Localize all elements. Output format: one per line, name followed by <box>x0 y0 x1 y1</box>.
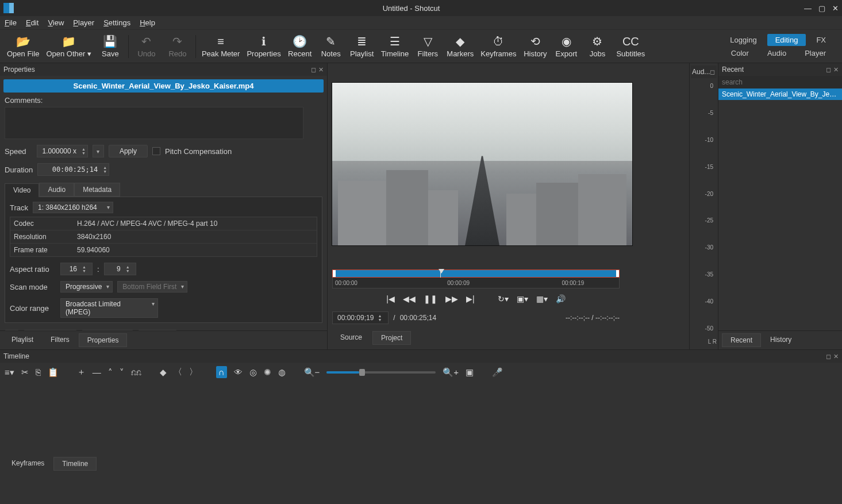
toolbar-peak-meter[interactable]: ≡Peak Meter <box>198 33 243 59</box>
minimize-icon[interactable]: — <box>804 4 812 13</box>
toolbar-filters[interactable]: ▽Filters <box>412 33 443 59</box>
menu-file[interactable]: File <box>5 18 17 27</box>
toolbar-export[interactable]: ◉Export <box>551 33 582 59</box>
toolbar-timeline[interactable]: ☰Timeline <box>378 33 413 59</box>
toolbar-save[interactable]: 💾Save <box>95 33 126 59</box>
player-tab-source[interactable]: Source <box>332 331 370 345</box>
timecode-current[interactable]: 00:00:09;19▲▼ <box>332 311 389 324</box>
toolbar-notes[interactable]: ✎Notes <box>316 33 347 59</box>
proxy-button[interactable]: Proxy <box>138 330 178 330</box>
skip-start-icon[interactable]: |◀ <box>386 294 395 303</box>
toolbar-subtitles[interactable]: CCSubtitles <box>613 33 648 59</box>
toolbar-playlist[interactable]: ≣Playlist <box>347 33 378 59</box>
layout-audio[interactable]: Audio <box>759 47 794 59</box>
speed-dropdown[interactable]: ▾ <box>93 145 104 157</box>
detach-icon[interactable]: ◻ <box>826 353 831 360</box>
video-canvas[interactable] <box>332 83 632 245</box>
panel-close-icon[interactable]: ✕ <box>318 66 324 74</box>
toolbar-keyframes[interactable]: ⏱Keyframes <box>477 33 520 59</box>
menu-settings[interactable]: Settings <box>103 18 130 27</box>
zoom-fit-icon[interactable]: ▣▾ <box>517 294 528 303</box>
convert-button[interactable]: Convert... <box>82 330 133 330</box>
colorrange-select[interactable]: Broadcast Limited (MPEG) <box>60 298 158 318</box>
loop-icon[interactable]: ↻▾ <box>498 294 509 303</box>
comments-input[interactable] <box>5 107 303 139</box>
panel-tab-filters[interactable]: Filters <box>43 333 78 347</box>
close-icon[interactable]: ✕ <box>832 4 839 13</box>
tl-tab-timeline[interactable]: Timeline <box>53 457 97 471</box>
speed-input[interactable]: ▲▼ <box>37 145 88 157</box>
cut-icon[interactable]: ✂ <box>21 367 29 378</box>
next-marker-icon[interactable]: 〉 <box>189 367 198 378</box>
toolbar-properties[interactable]: ℹProperties <box>243 33 284 59</box>
overwrite-icon[interactable]: ˅ <box>120 367 124 378</box>
prop-tab-video[interactable]: Video <box>5 183 39 197</box>
lift-icon[interactable]: ˄ <box>108 367 113 378</box>
layout-player[interactable]: Player <box>797 47 834 59</box>
aspect-h-input[interactable]: ▲▼ <box>104 263 136 275</box>
menu-edit[interactable]: Edit <box>26 18 39 27</box>
track-select[interactable]: 1: 3840x2160 h264 <box>33 202 113 213</box>
ripple-all-icon[interactable]: ✺ <box>264 367 271 378</box>
toolbar-markers[interactable]: ◆Markers <box>443 33 477 59</box>
pitch-checkbox[interactable] <box>152 147 160 155</box>
split-icon[interactable]: ⎌⎌ <box>131 367 141 377</box>
toolbar-jobs[interactable]: ⚙Jobs <box>582 33 613 59</box>
recent-tab-recent[interactable]: Recent <box>722 333 761 347</box>
zoom-slider[interactable] <box>326 371 436 374</box>
marker-icon[interactable]: ◆ <box>160 367 167 378</box>
toolbar-history[interactable]: ⟲History <box>520 33 551 59</box>
panel-tab-properties[interactable]: Properties <box>79 333 128 347</box>
panel-close-icon[interactable]: ✕ <box>833 353 839 360</box>
rewind-icon[interactable]: ◀◀ <box>403 294 416 303</box>
prop-tab-metadata[interactable]: Metadata <box>74 183 120 197</box>
player-tab-project[interactable]: Project <box>372 331 411 345</box>
zoom-fit-icon[interactable]: ▣ <box>466 367 474 378</box>
ripple-markers-icon[interactable]: ◍ <box>278 367 286 378</box>
pause-icon[interactable]: ❚❚ <box>424 294 437 303</box>
record-audio-icon[interactable]: 🎤 <box>492 367 503 378</box>
recent-item[interactable]: Scenic_Winter_Aerial_View_By_Jesko... <box>718 89 842 100</box>
skip-end-icon[interactable]: ▶| <box>466 294 475 303</box>
zoom-in-icon[interactable]: 🔍+ <box>443 367 459 378</box>
volume-icon[interactable]: 🔊 <box>556 294 566 303</box>
detach-icon[interactable]: ◻ <box>826 66 831 74</box>
ripple-icon[interactable]: ◎ <box>249 367 257 378</box>
menu-button[interactable]: ≡ <box>5 330 19 330</box>
grid-icon[interactable]: ▦▾ <box>536 294 548 303</box>
layout-color[interactable]: Color <box>723 47 757 59</box>
recent-search-input[interactable] <box>718 76 842 89</box>
detach-icon[interactable]: ◻ <box>710 68 715 76</box>
append-icon[interactable]: ＋ <box>77 367 86 378</box>
menu-view[interactable]: View <box>48 18 64 27</box>
snap-icon[interactable]: ∩ <box>216 366 227 378</box>
maximize-icon[interactable]: ▢ <box>818 4 825 13</box>
aspect-w-input[interactable]: ▲▼ <box>60 263 93 275</box>
layout-editing[interactable]: Editing <box>767 34 806 46</box>
tl-tab-keyframes[interactable]: Keyframes <box>3 457 52 471</box>
scrub-icon[interactable]: 👁 <box>234 367 243 377</box>
recent-tab-history[interactable]: History <box>762 333 799 347</box>
layout-fx[interactable]: FX <box>808 34 834 46</box>
duration-input[interactable]: ▲▼ <box>37 163 109 176</box>
panel-tab-playlist[interactable]: Playlist <box>3 333 41 347</box>
panel-close-icon[interactable]: ✕ <box>833 66 839 74</box>
copy-icon[interactable]: ⎘ <box>36 367 41 377</box>
prop-tab-audio[interactable]: Audio <box>39 183 74 197</box>
tl-menu-icon[interactable]: ≡▾ <box>5 367 14 378</box>
reverse-button[interactable]: Reverse... <box>24 330 77 330</box>
toolbar-open-other[interactable]: 📁Open Other ▾ <box>43 33 95 59</box>
zoom-out-icon[interactable]: 🔍− <box>304 367 320 378</box>
scan-select[interactable]: Progressive <box>60 281 113 293</box>
menu-player[interactable]: Player <box>73 18 94 27</box>
player-ruler[interactable]: 00:00:00 00:00:09 00:00:19 <box>332 278 620 288</box>
toolbar-recent[interactable]: 🕑Recent <box>284 33 316 59</box>
fastfwd-icon[interactable]: ▶▶ <box>445 294 458 303</box>
remove-icon[interactable]: — <box>93 367 101 377</box>
detach-icon[interactable]: ◻ <box>311 66 316 74</box>
paste-icon[interactable]: 📋 <box>48 367 59 378</box>
menu-help[interactable]: Help <box>140 18 155 27</box>
toolbar-open-file[interactable]: 📂Open File <box>3 33 43 59</box>
apply-button[interactable]: Apply <box>109 145 148 157</box>
prev-marker-icon[interactable]: 〈 <box>174 367 182 378</box>
